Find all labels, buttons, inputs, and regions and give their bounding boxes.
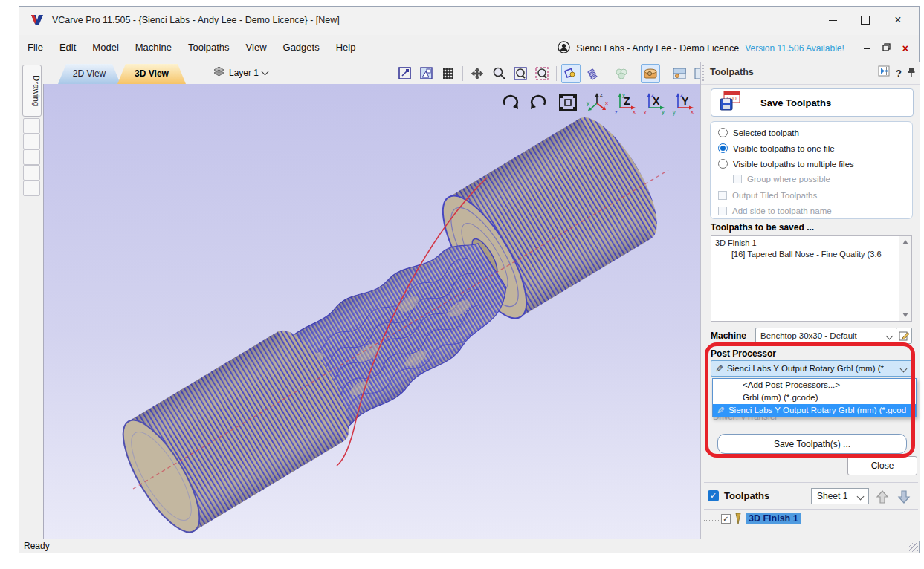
checkbox-disabled[interactable]	[733, 175, 742, 183]
toolpaths-tree-title: Toolpaths	[724, 490, 769, 501]
toggle-toolpath-drawing-icon[interactable]	[561, 64, 581, 83]
top-view-icon[interactable]: y x z Z	[614, 90, 638, 115]
rotary-model-render	[44, 84, 700, 541]
close-panel-button[interactable]: Close	[847, 456, 917, 475]
pp-option-add[interactable]: <Add Post-Processors...>	[713, 379, 916, 391]
option-visible-one-file[interactable]: Visible toolpaths to one file	[718, 143, 835, 153]
move-toolpath-down-button[interactable]	[894, 487, 913, 506]
pan-view-icon[interactable]	[468, 64, 487, 83]
sheet-select[interactable]: Sheet 1	[811, 488, 869, 504]
maximize-button[interactable]	[850, 10, 880, 30]
machine-select[interactable]: Benchtop 30x30 - Default	[755, 328, 898, 344]
object-snap-icon[interactable]	[417, 64, 436, 83]
status-bar: Ready	[19, 539, 919, 553]
option-group-where-possible[interactable]: Group where possible	[733, 175, 830, 183]
menu-bar: File Edit Model Machine Toolpaths View G…	[19, 35, 919, 62]
mdi-restore-button[interactable]	[879, 43, 894, 53]
tab-2d-view[interactable]: 2D View	[58, 64, 120, 84]
front-view-icon[interactable]: z y x X	[643, 90, 667, 115]
save-toolpath-files-button[interactable]: Save Toolpath(s) ...	[717, 434, 907, 454]
radio-unselected[interactable]	[718, 128, 728, 137]
option-output-tiled[interactable]: Output Tiled Toolpaths	[718, 191, 817, 200]
menu-model[interactable]: Model	[84, 35, 126, 59]
scroll-up-icon[interactable]	[902, 240, 908, 244]
left-tab-strip: Drawing	[19, 62, 43, 541]
collapse-panel-icon[interactable]	[878, 65, 891, 80]
pp-option-grbl[interactable]: Grbl (mm) (*.gcode)	[713, 391, 916, 404]
post-processor-select[interactable]: ✎ Sienci Labs Y Output Rotary Grbl (mm) …	[711, 360, 912, 377]
collapsed-tab[interactable]	[23, 118, 40, 134]
toolpath-item-label[interactable]: 3D Finish 1	[746, 513, 801, 524]
menu-edit[interactable]: Edit	[51, 35, 84, 59]
toolpaths-to-be-saved-list[interactable]: 3D Finish 1 [16] Tapered Ball Nose - Fin…	[711, 235, 912, 322]
svg-text:x: x	[605, 100, 608, 106]
pencil-icon: ✎	[715, 363, 723, 374]
panel-title: Toolpaths	[710, 67, 754, 77]
zoom-fit-icon[interactable]	[556, 90, 580, 115]
title-bar: VCarve Pro 11.505 - {Sienci Labs - Andy …	[19, 7, 919, 36]
collapsed-tab[interactable]	[23, 181, 40, 196]
tab-3d-view[interactable]: 3D View	[117, 64, 186, 84]
update-link[interactable]: Version 11.506 Available!	[745, 43, 844, 53]
zoom-window-icon[interactable]	[511, 64, 530, 83]
menu-machine[interactable]: Machine	[127, 35, 180, 59]
3d-view-canvas[interactable]: z y x y x z Z z	[43, 84, 700, 541]
edit-machine-button[interactable]	[896, 328, 912, 344]
material-block-icon[interactable]	[641, 64, 660, 83]
mdi-close-button[interactable]: ×	[899, 42, 911, 54]
menu-toolpaths[interactable]: Toolpaths	[180, 35, 238, 59]
pp-option-sienci-rotary[interactable]: ✎ Sienci Labs Y Output Rotary Grbl (mm) …	[713, 404, 916, 417]
list-scrollbar[interactable]	[899, 236, 911, 321]
toolpath-solid-view-icon[interactable]	[583, 64, 602, 83]
menu-gadgets[interactable]: Gadgets	[275, 35, 328, 59]
radio-unselected[interactable]	[718, 159, 728, 169]
resize-grip[interactable]	[909, 543, 918, 552]
preview-toolpaths-icon[interactable]	[612, 64, 631, 83]
option-selected-toolpath[interactable]: Selected toolpath	[718, 128, 799, 137]
svg-text:x: x	[633, 108, 636, 115]
help-icon[interactable]: ?	[896, 68, 902, 79]
menu-help[interactable]: Help	[328, 35, 364, 59]
option-add-side[interactable]: Add side to toolpath name	[718, 207, 832, 215]
grid-toggle-icon[interactable]	[439, 64, 458, 83]
scroll-down-icon[interactable]	[902, 313, 908, 317]
layer-selector[interactable]: Layer 1	[213, 65, 268, 79]
layers-icon	[213, 65, 225, 79]
collapsed-tab[interactable]	[23, 149, 40, 165]
rotate-cw-icon[interactable]	[498, 90, 522, 115]
side-view-icon[interactable]: z x y Y	[672, 90, 696, 115]
zoom-tool-icon[interactable]	[489, 64, 508, 83]
checkbox-disabled[interactable]	[718, 191, 727, 200]
toolpath-item-checkbox[interactable]: ✓	[721, 514, 731, 524]
iso-view-icon[interactable]: z y x	[585, 90, 609, 115]
toolpaths-visibility-checkbox[interactable]: ✓	[708, 490, 719, 501]
radio-selected[interactable]	[718, 143, 728, 153]
multi-sided-view-icon[interactable]	[670, 64, 689, 83]
option-visible-multiple-files[interactable]: Visible toolpaths to multiple files	[718, 159, 854, 169]
output-options-group: Selected toolpath Visible toolpaths to o…	[710, 121, 913, 219]
collapsed-tab[interactable]	[23, 165, 40, 181]
window-title: VCarve Pro 11.505 - {Sienci Labs - Andy …	[52, 15, 340, 25]
chevron-down-icon	[900, 365, 908, 372]
svg-text:y: y	[673, 110, 676, 116]
close-button[interactable]: ×	[883, 10, 913, 30]
pin-icon[interactable]	[907, 66, 916, 80]
toolpath-tree-row[interactable]: ✓ 3D Finish 1	[701, 512, 920, 528]
saved-toolpath-detail: [16] Tapered Ball Nose - Fine Quality (3…	[711, 250, 911, 259]
rotate-ccw-icon[interactable]	[527, 90, 551, 115]
menu-view[interactable]: View	[238, 35, 275, 59]
checkbox-disabled[interactable]	[718, 207, 727, 215]
collapsed-tab[interactable]	[23, 134, 40, 149]
svg-text:x: x	[644, 110, 647, 115]
toolpaths-tree-header: ✓ Toolpaths Sheet 1	[701, 487, 920, 509]
chevron-down-icon	[886, 332, 894, 339]
menu-file[interactable]: File	[19, 35, 51, 59]
zoom-selection-icon[interactable]	[532, 64, 552, 83]
svg-text:z: z	[615, 110, 618, 115]
save-toolpaths-button[interactable]: G00 Save Toolpaths	[711, 88, 914, 117]
minimize-button[interactable]	[818, 10, 847, 30]
mdi-minimize-button[interactable]	[861, 48, 873, 49]
box-select-icon[interactable]	[395, 64, 415, 83]
drawing-tab[interactable]: Drawing	[22, 65, 42, 117]
move-toolpath-up-button[interactable]	[873, 487, 891, 506]
